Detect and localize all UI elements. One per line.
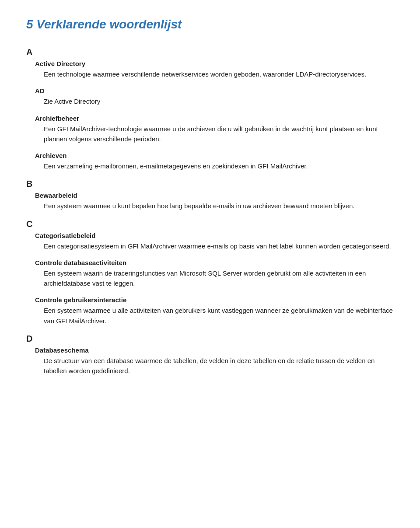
glossary-definition: Een categorisatiesysteem in GFI MailArch… bbox=[44, 241, 394, 251]
glossary-term: AD bbox=[35, 87, 394, 94]
section-letter-d: DDatabaseschemaDe structuur van een data… bbox=[26, 334, 394, 376]
glossary-content: AActive DirectoryEen technologie waarmee… bbox=[26, 47, 394, 376]
glossary-term: Archieven bbox=[35, 152, 394, 159]
letter-heading: C bbox=[26, 219, 394, 229]
glossary-term: Active Directory bbox=[35, 60, 394, 67]
glossary-term: Categorisatiebeleid bbox=[35, 232, 394, 239]
glossary-term: Controle databaseactiviteiten bbox=[35, 259, 394, 266]
letter-heading: A bbox=[26, 47, 394, 57]
glossary-term: Archiefbeheer bbox=[35, 115, 394, 122]
glossary-term: Bewaarbeleid bbox=[35, 192, 394, 199]
section-letter-a: AActive DirectoryEen technologie waarmee… bbox=[26, 47, 394, 171]
letter-heading: D bbox=[26, 334, 394, 344]
glossary-definition: Een technologie waarmee verschillende ne… bbox=[44, 69, 394, 79]
glossary-definition: Een systeem waarmee u alle activiteiten … bbox=[44, 305, 394, 326]
section-letter-b: BBewaarbeleidEen systeem waarmee u kunt … bbox=[26, 179, 394, 211]
glossary-definition: Een verzameling e-mailbronnen, e-mailmet… bbox=[44, 161, 394, 171]
glossary-definition: Een systeem waarmee u kunt bepalen hoe l… bbox=[44, 201, 394, 211]
glossary-definition: De structuur van een database waarmee de… bbox=[44, 356, 394, 376]
letter-heading: B bbox=[26, 179, 394, 189]
page-title: 5 Verklarende woordenlijst bbox=[26, 17, 394, 31]
section-letter-c: CCategorisatiebeleidEen categorisatiesys… bbox=[26, 219, 394, 326]
glossary-term: Databaseschema bbox=[35, 346, 394, 354]
glossary-definition: Zie Active Directory bbox=[44, 96, 394, 106]
glossary-definition: Een GFI MailArchiver-technologie waarmee… bbox=[44, 124, 394, 144]
glossary-term: Controle gebruikersinteractie bbox=[35, 296, 394, 304]
glossary-definition: Een systeem waarin de traceringsfuncties… bbox=[44, 268, 394, 289]
